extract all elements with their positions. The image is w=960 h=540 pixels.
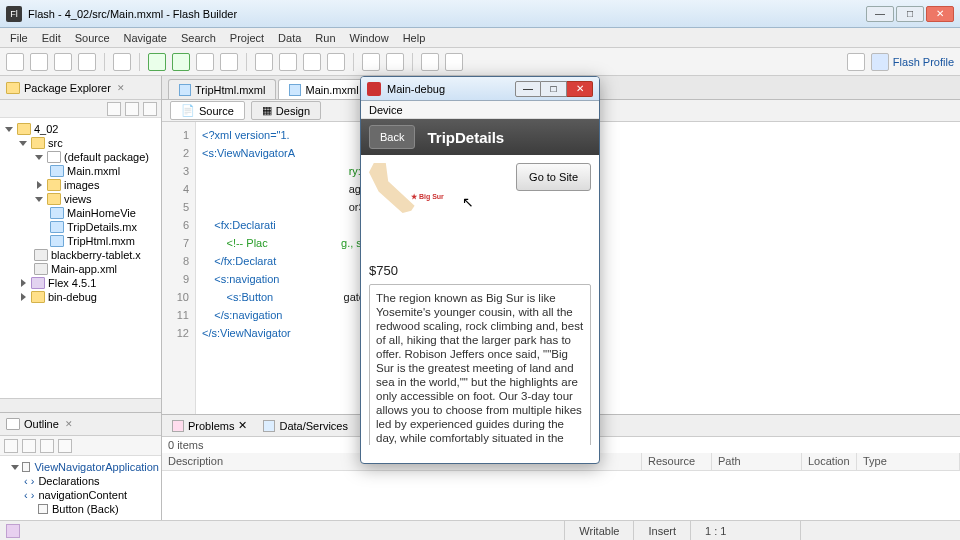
close-icon[interactable]: ✕	[117, 83, 125, 93]
package-explorer-tab[interactable]: Package Explorer ✕	[0, 76, 161, 100]
tree-bin-debug[interactable]: bin-debug	[0, 290, 161, 304]
data-services-tab[interactable]: Data/Services	[259, 418, 351, 434]
tree-default-pkg[interactable]: (default package)	[0, 150, 161, 164]
debug-titlebar[interactable]: Main-debug — □ ✕	[361, 77, 599, 101]
new-wizard-icon[interactable]	[255, 53, 273, 71]
expand-icon[interactable]	[58, 439, 72, 453]
menu-search[interactable]: Search	[175, 30, 222, 46]
save-icon[interactable]	[30, 53, 48, 71]
perspective-icon[interactable]	[847, 53, 865, 71]
window-close-button[interactable]: ✕	[926, 6, 954, 22]
flash-profile-icon	[871, 53, 889, 71]
menu-source[interactable]: Source	[69, 30, 116, 46]
new-icon[interactable]	[6, 53, 24, 71]
debug-maximize-button[interactable]: □	[541, 81, 567, 97]
filter-icon[interactable]	[22, 439, 36, 453]
toggle2-icon[interactable]	[386, 53, 404, 71]
flash-player-icon	[367, 82, 381, 96]
menu-help[interactable]: Help	[397, 30, 432, 46]
design-tab[interactable]: ▦Design	[251, 101, 321, 120]
outline-tab[interactable]: Outline ✕	[0, 412, 161, 436]
col-path[interactable]: Path	[712, 453, 802, 470]
outline-item[interactable]: ‹ ›navigationContent	[2, 488, 159, 502]
outline-item[interactable]: ‹ ›Declarations	[2, 474, 159, 488]
flash-profile-button[interactable]: Flash Profile	[871, 53, 954, 71]
status-position: 1 : 1	[690, 521, 800, 540]
mxml-icon	[179, 84, 191, 96]
tree-view-item[interactable]: TripHtml.mxm	[0, 234, 161, 248]
menu-edit[interactable]: Edit	[36, 30, 67, 46]
menu-data[interactable]: Data	[272, 30, 307, 46]
hide-icon[interactable]	[40, 439, 54, 453]
profile-icon[interactable]	[196, 53, 214, 71]
debug-icon[interactable]	[148, 53, 166, 71]
debug-minimize-button[interactable]: —	[515, 81, 541, 97]
tree-views[interactable]: views	[0, 192, 161, 206]
problems-tab[interactable]: Problems✕	[168, 417, 251, 434]
col-type[interactable]: Type	[857, 453, 960, 470]
separator	[104, 53, 105, 71]
separator	[412, 53, 413, 71]
status-icon[interactable]	[6, 524, 20, 538]
source-tab[interactable]: 📄Source	[170, 101, 245, 120]
save-all-icon[interactable]	[54, 53, 72, 71]
california-map-image	[369, 163, 417, 215]
outline-root[interactable]: ViewNavigatorApplication	[2, 460, 159, 474]
mxml-icon	[289, 84, 301, 96]
debug-menu[interactable]: Device	[361, 101, 599, 119]
gutter: 123456789101112	[162, 122, 196, 414]
col-location[interactable]: Location	[802, 453, 857, 470]
editor-tab-triphtml[interactable]: TripHtml.mxml	[168, 79, 276, 99]
source-icon: 📄	[181, 104, 195, 117]
refresh-icon[interactable]	[303, 53, 321, 71]
tree-bb-xml[interactable]: blackberry-tablet.x	[0, 248, 161, 262]
scrollbar[interactable]	[0, 398, 161, 412]
outline-toolbar	[0, 436, 161, 456]
close-icon[interactable]: ✕	[238, 419, 247, 432]
toggle-icon[interactable]	[362, 53, 380, 71]
export-icon[interactable]	[327, 53, 345, 71]
outline-label: Outline	[24, 418, 59, 430]
menubar: File Edit Source Navigate Search Project…	[0, 28, 960, 48]
tree-main-mxml[interactable]: Main.mxml	[0, 164, 161, 178]
debug-window[interactable]: Main-debug — □ ✕ Device Back TripDetails…	[360, 76, 600, 464]
link-icon[interactable]	[125, 102, 139, 116]
window-minimize-button[interactable]: —	[866, 6, 894, 22]
run-icon[interactable]	[172, 53, 190, 71]
tree-src[interactable]: src	[0, 136, 161, 150]
problems-icon	[172, 420, 184, 432]
tree-images[interactable]: images	[0, 178, 161, 192]
description-textarea[interactable]: The region known as Big Sur is like Yose…	[369, 284, 591, 445]
outline-item[interactable]: Button (Back)	[2, 502, 159, 516]
tree-mainapp-xml[interactable]: Main-app.xml	[0, 262, 161, 276]
panel-toolbar	[0, 100, 161, 118]
connect-icon[interactable]	[279, 53, 297, 71]
tree-view-item[interactable]: TripDetails.mx	[0, 220, 161, 234]
menu-window[interactable]: Window	[344, 30, 395, 46]
goto-site-button[interactable]: Go to Site	[516, 163, 591, 191]
status-insert: Insert	[633, 521, 690, 540]
menu-icon[interactable]	[143, 102, 157, 116]
build-icon[interactable]	[113, 53, 131, 71]
app-body: Go to Site ★ Big Sur $750 The region kno…	[361, 155, 599, 445]
external-tools-icon[interactable]	[220, 53, 238, 71]
back-button[interactable]: Back	[369, 125, 415, 149]
menu-run[interactable]: Run	[309, 30, 341, 46]
tree-project[interactable]: 4_02	[0, 122, 161, 136]
print-icon[interactable]	[78, 53, 96, 71]
tree-view-item[interactable]: MainHomeVie	[0, 206, 161, 220]
sort-icon[interactable]	[4, 439, 18, 453]
collapse-icon[interactable]	[107, 102, 121, 116]
menu-project[interactable]: Project	[224, 30, 270, 46]
menu-navigate[interactable]: Navigate	[118, 30, 173, 46]
package-explorer-label: Package Explorer	[24, 82, 111, 94]
close-icon[interactable]: ✕	[65, 419, 73, 429]
window-maximize-button[interactable]: □	[896, 6, 924, 22]
tree-flex-sdk[interactable]: Flex 4.5.1	[0, 276, 161, 290]
menu-file[interactable]: File	[4, 30, 34, 46]
nav-fwd-icon[interactable]	[445, 53, 463, 71]
col-resource[interactable]: Resource	[642, 453, 712, 470]
nav-back-icon[interactable]	[421, 53, 439, 71]
debug-close-button[interactable]: ✕	[567, 81, 593, 97]
outline-body: ViewNavigatorApplication ‹ ›Declarations…	[0, 456, 161, 520]
